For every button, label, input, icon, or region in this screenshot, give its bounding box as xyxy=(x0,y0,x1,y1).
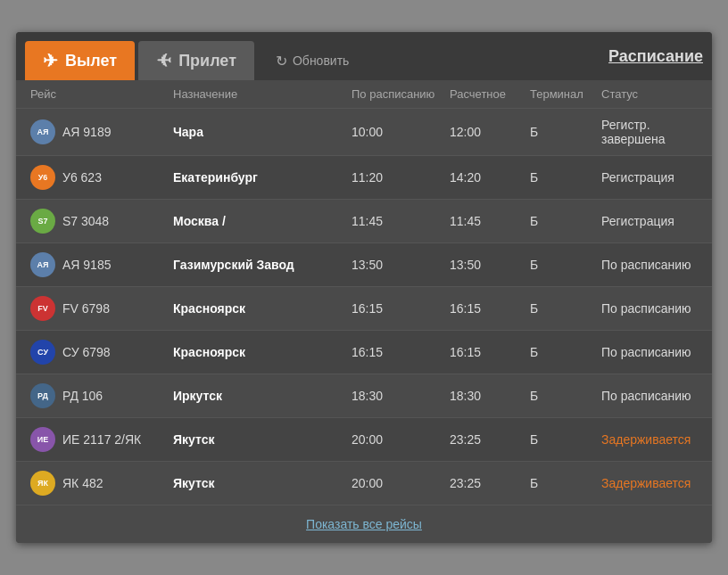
tab-bar: ✈ Вылет ✈ Прилет ↻ Обновить Расписание xyxy=(16,32,712,80)
flight-status: По расписанию xyxy=(601,345,698,359)
flight-code: СУ 6798 xyxy=(62,345,111,359)
flight-scheduled: 16:15 xyxy=(352,301,450,316)
flight-status: По расписанию xyxy=(601,301,698,316)
flight-destination: Чара xyxy=(173,125,352,139)
flights-table: АЯ АЯ 9189 Чара 10:00 12:00 Б Регистр. з… xyxy=(16,109,712,505)
flight-number: АЯ АЯ 9185 xyxy=(30,252,173,277)
flight-terminal: Б xyxy=(530,432,601,447)
flight-number: РД РД 106 xyxy=(30,383,173,408)
table-row[interactable]: ЯК ЯК 482 Якутск 20:00 23:25 Б Задержива… xyxy=(16,462,712,505)
table-row[interactable]: АЯ АЯ 9185 Газимурский Завод 13:50 13:50… xyxy=(16,243,712,287)
flight-number: FV FV 6798 xyxy=(30,296,173,321)
table-row[interactable]: FV FV 6798 Красноярск 16:15 16:15 Б По р… xyxy=(16,287,712,331)
flight-scheduled: 16:15 xyxy=(352,345,450,359)
flight-destination: Красноярск xyxy=(173,301,352,316)
flight-number: ЯК ЯК 482 xyxy=(30,471,173,496)
flight-terminal: Б xyxy=(530,476,601,490)
col-terminal: Терминал xyxy=(530,87,601,101)
flight-code: АЯ 9185 xyxy=(62,258,111,272)
flight-estimated: 18:30 xyxy=(450,389,530,403)
column-headers: Рейс Назначение По расписанию Расчетное … xyxy=(16,80,712,109)
tab-arrival-label: Прилет xyxy=(178,52,236,70)
flight-destination: Москва / xyxy=(173,214,352,228)
flight-terminal: Б xyxy=(530,214,601,228)
schedule-link[interactable]: Расписание xyxy=(608,47,703,75)
flight-code: ИЕ 2117 2/ЯК xyxy=(62,432,141,447)
flight-terminal: Б xyxy=(530,258,601,272)
flight-scheduled: 10:00 xyxy=(352,125,450,139)
tab-arrival[interactable]: ✈ Прилет xyxy=(138,41,254,80)
flight-estimated: 23:25 xyxy=(450,432,530,447)
flight-destination: Екатеринбург xyxy=(173,170,352,185)
flight-code: У6 623 xyxy=(62,170,102,185)
col-estimated: Расчетное xyxy=(450,87,530,101)
flight-number: У6 У6 623 xyxy=(30,165,173,190)
flight-scheduled: 20:00 xyxy=(352,432,450,447)
flight-code: S7 3048 xyxy=(62,214,109,228)
flight-estimated: 12:00 xyxy=(450,125,530,139)
flight-destination: Красноярск xyxy=(173,345,352,359)
refresh-icon: ↻ xyxy=(276,53,287,70)
flight-scheduled: 13:50 xyxy=(352,258,450,272)
flight-code: РД 106 xyxy=(62,389,103,403)
departure-icon: ✈ xyxy=(43,50,58,71)
flight-terminal: Б xyxy=(530,389,601,403)
airline-logo: РД xyxy=(30,383,55,408)
refresh-label: Обновить xyxy=(293,53,349,68)
flight-number: ИЕ ИЕ 2117 2/ЯК xyxy=(30,427,173,452)
table-row[interactable]: S7 S7 3048 Москва / 11:45 11:45 Б Регист… xyxy=(16,200,712,243)
flight-code: FV 6798 xyxy=(62,301,110,316)
flight-status: Регистрация xyxy=(601,170,698,185)
flight-estimated: 16:15 xyxy=(450,301,530,316)
airline-logo: S7 xyxy=(30,209,55,234)
flight-status: По расписанию xyxy=(601,389,698,403)
airline-logo: FV xyxy=(30,296,55,321)
col-flight: Рейс xyxy=(30,87,173,101)
flight-estimated: 23:25 xyxy=(450,476,530,490)
flight-destination: Газимурский Завод xyxy=(173,258,352,272)
flight-scheduled: 20:00 xyxy=(352,476,450,490)
footer: Показать все рейсы xyxy=(16,505,712,543)
flight-number: АЯ АЯ 9189 xyxy=(30,119,173,144)
flight-status: Задерживается xyxy=(601,432,698,447)
table-row[interactable]: ИЕ ИЕ 2117 2/ЯК Якутск 20:00 23:25 Б Зад… xyxy=(16,418,712,462)
flight-status: По расписанию xyxy=(601,258,698,272)
arrival-icon: ✈ xyxy=(156,50,171,71)
flight-status: Регистр. завершена xyxy=(601,118,698,146)
show-all-link[interactable]: Показать все рейсы xyxy=(306,517,422,531)
col-status: Статус xyxy=(601,87,698,101)
col-scheduled: По расписанию xyxy=(352,87,450,101)
table-row[interactable]: АЯ АЯ 9189 Чара 10:00 12:00 Б Регистр. з… xyxy=(16,109,712,156)
flight-estimated: 11:45 xyxy=(450,214,530,228)
flight-number: СУ СУ 6798 xyxy=(30,340,173,365)
flight-terminal: Б xyxy=(530,301,601,316)
table-row[interactable]: РД РД 106 Иркутск 18:30 18:30 Б По распи… xyxy=(16,374,712,418)
flight-terminal: Б xyxy=(530,345,601,359)
airline-logo: АЯ xyxy=(30,252,55,277)
flight-scheduled: 11:45 xyxy=(352,214,450,228)
flight-destination: Иркутск xyxy=(173,389,352,403)
col-destination: Назначение xyxy=(173,87,352,101)
flight-code: АЯ 9189 xyxy=(62,125,111,139)
flight-scheduled: 18:30 xyxy=(352,389,450,403)
flight-destination: Якутск xyxy=(173,432,352,447)
flight-estimated: 14:20 xyxy=(450,170,530,185)
airline-logo: ИЕ xyxy=(30,427,55,452)
flight-status: Задерживается xyxy=(601,476,698,490)
flight-number: S7 S7 3048 xyxy=(30,209,173,234)
tab-departure-label: Вылет xyxy=(65,52,117,70)
flight-estimated: 13:50 xyxy=(450,258,530,272)
flight-estimated: 16:15 xyxy=(450,345,530,359)
flight-terminal: Б xyxy=(530,170,601,185)
flight-destination: Якутск xyxy=(173,476,352,490)
tab-departure[interactable]: ✈ Вылет xyxy=(25,41,135,80)
flight-code: ЯК 482 xyxy=(62,476,103,490)
flight-board: ✈ Вылет ✈ Прилет ↻ Обновить Расписание Р… xyxy=(16,32,712,543)
flight-terminal: Б xyxy=(530,125,601,139)
table-row[interactable]: У6 У6 623 Екатеринбург 11:20 14:20 Б Рег… xyxy=(16,156,712,200)
refresh-button[interactable]: ↻ Обновить xyxy=(276,53,349,70)
airline-logo: АЯ xyxy=(30,119,55,144)
flight-scheduled: 11:20 xyxy=(352,170,450,185)
table-row[interactable]: СУ СУ 6798 Красноярск 16:15 16:15 Б По р… xyxy=(16,331,712,374)
airline-logo: У6 xyxy=(30,165,55,190)
